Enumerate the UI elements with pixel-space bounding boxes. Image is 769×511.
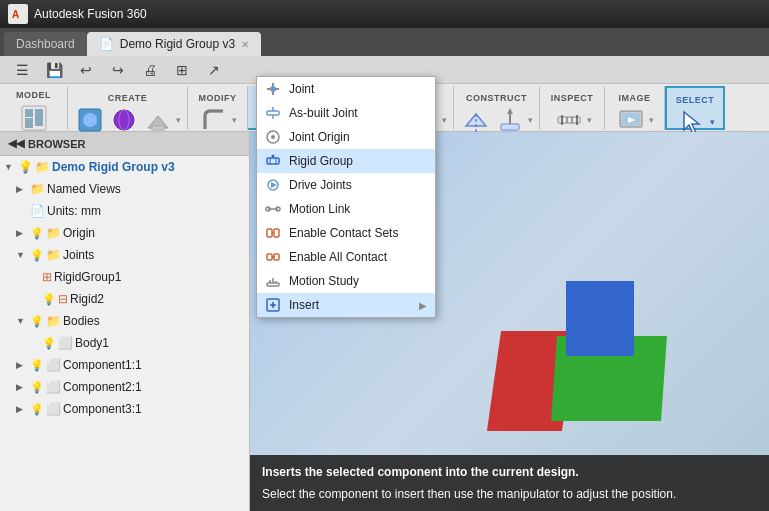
origin-folder-icon: 📁 <box>46 226 61 240</box>
enable-contact-sets-icon <box>265 225 281 241</box>
rigidgroup1-icon: ⊞ <box>42 270 52 284</box>
origin-light-icon: 💡 <box>30 227 44 240</box>
tree-item-rigid2[interactable]: 💡 ⊟ Rigid2 <box>0 288 249 310</box>
save-button[interactable]: 💾 <box>40 59 68 81</box>
browser-collapse-arrow[interactable]: ◀◀ <box>8 137 24 150</box>
create-extrude-button[interactable] <box>142 104 174 136</box>
bodies-folder-icon: 📁 <box>46 314 61 328</box>
undo-button[interactable]: ↩ <box>72 59 100 81</box>
browser-title: BROWSER <box>28 138 85 150</box>
inspect-expand-arrow[interactable]: ▾ <box>587 115 592 125</box>
bodies-expand-arrow[interactable]: ▼ <box>16 316 28 326</box>
tree-item-bodies-label: Bodies <box>63 314 100 328</box>
tree-item-units[interactable]: 📄 Units: mm <box>0 200 249 222</box>
svg-text:A: A <box>12 9 19 20</box>
component2-expand-arrow[interactable]: ▶ <box>16 382 28 392</box>
tree-item-root-label: Demo Rigid Group v3 <box>52 160 175 174</box>
component1-expand-arrow[interactable]: ▶ <box>16 360 28 370</box>
tree-item-component1[interactable]: ▶ 💡 ⬜ Component1:1 <box>0 354 249 376</box>
origin-expand-arrow[interactable]: ▶ <box>16 228 28 238</box>
component3-expand-arrow[interactable]: ▶ <box>16 404 28 414</box>
menu-item-drive-joints[interactable]: Drive Joints <box>257 173 435 197</box>
rigid2-light-icon: 💡 <box>42 293 56 306</box>
tree-item-root[interactable]: ▼ 💡 📁 Demo Rigid Group v3 <box>0 156 249 178</box>
svg-rect-39 <box>267 111 279 115</box>
toolbar-group-create: CREATE <box>68 86 188 130</box>
tree-item-bodies[interactable]: ▼ 💡 📁 Bodies <box>0 310 249 332</box>
tree-item-rigidgroup1[interactable]: ⊞ RigidGroup1 <box>0 266 249 288</box>
named-views-expand-arrow[interactable]: ▶ <box>16 184 28 194</box>
modify-expand-arrow[interactable]: ▾ <box>232 115 237 125</box>
tab-model[interactable]: 📄 Demo Rigid Group v3 ✕ <box>87 32 261 56</box>
menu-item-rigid-group[interactable]: Rigid Group <box>257 149 435 173</box>
tree-item-units-label: Units: mm <box>47 204 101 218</box>
redo-button[interactable]: ↪ <box>104 59 132 81</box>
svg-rect-4 <box>25 109 33 117</box>
toolbar-group-modify: MODIFY ▾ <box>188 86 248 130</box>
joints-light-icon: 💡 <box>30 249 44 262</box>
tree-item-joints-label: Joints <box>63 248 94 262</box>
svg-rect-26 <box>501 124 519 130</box>
menu-item-as-built-joint[interactable]: As-built Joint <box>257 101 435 125</box>
component1-light-icon: 💡 <box>30 359 44 372</box>
hamburger-menu-button[interactable]: ☰ <box>8 59 36 81</box>
image-expand-arrow[interactable]: ▾ <box>649 115 654 125</box>
tab-close-button[interactable]: ✕ <box>241 39 249 50</box>
create-label: CREATE <box>108 93 147 103</box>
tree-item-body1[interactable]: 💡 ⬜ Body1 <box>0 332 249 354</box>
create-sphere-button[interactable] <box>108 104 140 136</box>
svg-marker-35 <box>684 112 699 134</box>
menu-item-joint-label: Joint <box>289 82 427 96</box>
units-doc-icon: 📄 <box>30 204 45 218</box>
toolbar-group-select[interactable]: SELECT ▾ <box>665 86 725 130</box>
menu-item-insert[interactable]: Insert ▶ <box>257 293 435 317</box>
tree-item-origin[interactable]: ▶ 💡 📁 Origin <box>0 222 249 244</box>
joint-origin-icon <box>265 129 281 145</box>
create-expand-arrow[interactable]: ▾ <box>176 115 181 125</box>
menu-item-motion-study-label: Motion Study <box>289 274 427 288</box>
joints-folder-icon: 📁 <box>46 248 61 262</box>
tree-item-component1-label: Component1:1 <box>63 358 142 372</box>
component2-light-icon: 💡 <box>30 381 44 394</box>
app-logo: A <box>8 4 28 24</box>
construct-expand-arrow[interactable]: ▾ <box>528 115 533 125</box>
toolbar-group-construct: CONSTRUCT ▾ <box>454 86 540 130</box>
menu-item-motion-link[interactable]: Motion Link <box>257 197 435 221</box>
app-title: Autodesk Fusion 360 <box>34 7 147 21</box>
image-label: IMAGE <box>618 93 650 103</box>
tab-dashboard-label: Dashboard <box>16 37 75 51</box>
svg-point-67 <box>272 304 275 307</box>
grid-button[interactable]: ⊞ <box>168 59 196 81</box>
menu-item-enable-contact-sets-label: Enable Contact Sets <box>289 226 427 240</box>
joint-icon <box>265 81 281 97</box>
menu-item-joint-origin[interactable]: Joint Origin <box>257 125 435 149</box>
motion-link-icon <box>265 201 281 217</box>
tab-dashboard[interactable]: Dashboard <box>4 32 87 56</box>
svg-rect-54 <box>267 229 272 237</box>
assemble-dropdown-menu: Joint As-built Joint Joint Origin <box>256 76 436 318</box>
sketch-expand-arrow[interactable]: ▾ <box>442 115 447 125</box>
tree-item-component3[interactable]: ▶ 💡 ⬜ Component3:1 <box>0 398 249 420</box>
print-button[interactable]: 🖨 <box>136 59 164 81</box>
svg-marker-50 <box>271 182 277 188</box>
tree-item-rigid2-label: Rigid2 <box>70 292 104 306</box>
select-expand-arrow[interactable]: ▾ <box>710 117 715 127</box>
browser-panel: ◀◀ BROWSER ▼ 💡 📁 Demo Rigid Group v3 ▶ 📁… <box>0 132 250 511</box>
model-home-button[interactable] <box>18 102 50 134</box>
tree-item-component2[interactable]: ▶ 💡 ⬜ Component2:1 <box>0 376 249 398</box>
menu-item-motion-study[interactable]: Motion Study <box>257 269 435 293</box>
modify-fillet-button[interactable] <box>198 104 230 136</box>
joints-expand-arrow[interactable]: ▼ <box>16 250 28 260</box>
menu-item-joint[interactable]: Joint <box>257 77 435 101</box>
menu-item-enable-contact-sets[interactable]: Enable Contact Sets <box>257 221 435 245</box>
menu-item-enable-all-contact[interactable]: Enable All Contact <box>257 245 435 269</box>
tree-item-rigidgroup1-label: RigidGroup1 <box>54 270 121 284</box>
root-expand-arrow[interactable]: ▼ <box>4 162 16 172</box>
svg-rect-57 <box>267 254 272 260</box>
tooltip-title: Inserts the selected component into the … <box>262 463 757 481</box>
tree-item-named-views[interactable]: ▶ 📁 Named Views <box>0 178 249 200</box>
create-box-button[interactable] <box>74 104 106 136</box>
share-button[interactable]: ↗ <box>200 59 228 81</box>
svg-point-43 <box>271 135 275 139</box>
tree-item-joints[interactable]: ▼ 💡 📁 Joints <box>0 244 249 266</box>
